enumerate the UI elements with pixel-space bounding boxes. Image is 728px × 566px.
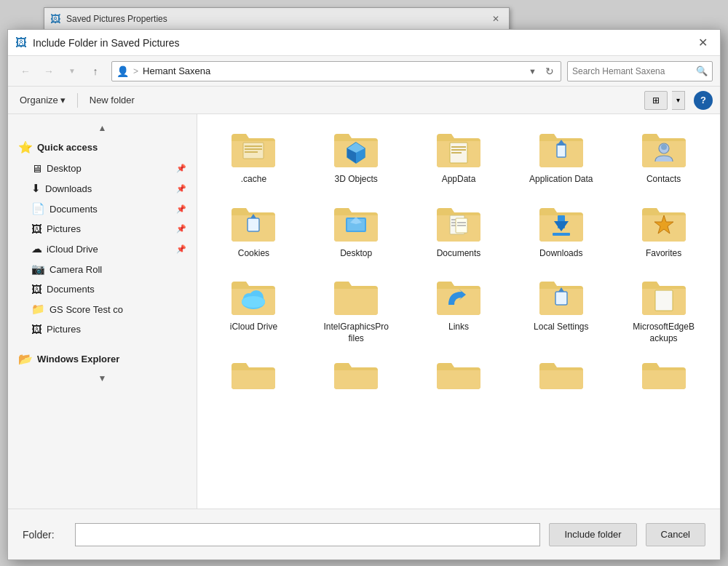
folder-contacts[interactable]: Contacts: [614, 121, 713, 191]
folder-cookies-label: Cookies: [238, 248, 269, 260]
sidebar-item-desktop[interactable]: 🖥 Desktop 📌: [8, 159, 197, 178]
svg-rect-36: [555, 292, 567, 305]
sidebar-item-documents[interactable]: 📄 Documents 📌: [8, 199, 197, 219]
folder-desktop-label: Desktop: [340, 248, 372, 260]
sidebar-item-pictures2[interactable]: 🖼 Pictures: [8, 319, 197, 339]
forward-button[interactable]: →: [39, 61, 59, 81]
folder-extra-1[interactable]: [205, 354, 303, 391]
dialog-title: Include Folder in Saved Pictures: [33, 37, 687, 49]
folder-ms-edge-backups[interactable]: MicrosoftEdgeBackups: [614, 269, 713, 350]
folder-links-label: Links: [448, 322, 469, 333]
organize-button[interactable]: Organize ▾: [15, 91, 70, 110]
address-bar[interactable]: 👤 > Hemant Saxena ▼ ↻: [111, 61, 561, 81]
folder-3d-objects-icon: [330, 127, 382, 171]
sidebar-item-pictures[interactable]: 🖼 Pictures 📌: [8, 219, 197, 239]
svg-rect-30: [553, 233, 570, 236]
pin-icon: 📌: [176, 204, 186, 214]
navigation-toolbar: ← → ▼ ↑ 👤 > Hemant Saxena ▼ ↻ 🔍: [8, 56, 720, 87]
dialog-titlebar: 🖼 Include Folder in Saved Pictures ✕: [8, 30, 720, 56]
downloads-icon: ⬇: [31, 182, 41, 195]
folder-icloud[interactable]: iCloud Drive: [205, 269, 303, 350]
folder-extra-2[interactable]: [307, 354, 405, 391]
gs-score-icon: 📁: [31, 303, 45, 316]
folder-desktop[interactable]: Desktop: [307, 196, 405, 266]
up-button[interactable]: ↑: [85, 61, 106, 81]
back-button[interactable]: ←: [15, 61, 36, 81]
content-area: ▲ ⭐ Quick access 🖥 Desktop 📌 ⬇ Downloads…: [8, 114, 720, 509]
address-separator: >: [133, 66, 138, 76]
folder-desktop-icon: [330, 202, 382, 245]
folder-input[interactable]: [75, 523, 540, 546]
folder-ms-edge-backups-icon: [638, 275, 690, 319]
folder-local-settings-icon: [535, 275, 587, 319]
dialog-close-button[interactable]: ✕: [692, 33, 713, 53]
sidebar-item-downloads[interactable]: ⬇ Downloads 📌: [8, 178, 197, 199]
sidebar-item-icloud[interactable]: ☁ iCloud Drive 📌: [8, 239, 197, 259]
pin-icon: 📌: [176, 224, 186, 234]
view-dropdown-button[interactable]: ▾: [672, 91, 685, 110]
dialog-title-icon: 🖼: [15, 36, 27, 49]
folder-3d-objects-label: 3D Objects: [335, 174, 378, 186]
bg-window-icon: 🖼: [50, 13, 62, 25]
folder-cache[interactable]: .cache: [205, 121, 303, 191]
quick-access-header[interactable]: ⭐ Quick access: [8, 136, 197, 159]
windows-explorer-icon: 📂: [18, 352, 33, 366]
pin-icon: 📌: [176, 184, 186, 194]
folder-intel-graphics-label: IntelGraphicsProfiles: [323, 322, 389, 344]
sidebar-item-documents2[interactable]: 🖼 Documents: [8, 279, 197, 299]
folder-local-settings[interactable]: Local Settings: [512, 269, 610, 350]
folder-links[interactable]: Links: [410, 269, 508, 350]
address-path: Hemant Saxena: [143, 65, 522, 76]
new-folder-button[interactable]: New folder: [85, 91, 139, 110]
address-dropdown-btn[interactable]: ▼: [526, 67, 539, 76]
cancel-button[interactable]: Cancel: [646, 523, 705, 546]
folder-contacts-label: Contacts: [646, 174, 681, 186]
bg-window-close-btn[interactable]: ✕: [488, 12, 503, 26]
folder-downloads-icon: [535, 202, 587, 245]
recent-locations-button[interactable]: ▼: [62, 61, 82, 81]
folder-local-settings-label: Local Settings: [534, 322, 588, 333]
folder-icloud-icon: [227, 275, 280, 319]
search-input[interactable]: [572, 66, 693, 76]
folder-appdata-label: AppData: [442, 174, 476, 186]
search-bar[interactable]: 🔍: [567, 61, 713, 81]
folder-cookies-icon: [227, 202, 280, 245]
folder-application-data-label: Application Data: [529, 174, 593, 186]
folder-favorites[interactable]: Favorites: [614, 196, 713, 266]
folder-label: Folder:: [23, 529, 66, 541]
folder-extra-5[interactable]: [614, 354, 713, 391]
folder-favorites-label: Favorites: [646, 248, 681, 260]
folder-application-data-icon: [535, 127, 587, 171]
folder-downloads-label: Downloads: [539, 248, 582, 260]
folder-application-data[interactable]: Application Data: [512, 121, 610, 191]
folder-intel-graphics-icon: [330, 275, 382, 319]
folder-extra-3[interactable]: [410, 354, 508, 391]
documents-icon: 📄: [31, 202, 45, 215]
folder-3d-objects[interactable]: 3D Objects: [307, 121, 405, 191]
sidebar: ▲ ⭐ Quick access 🖥 Desktop 📌 ⬇ Downloads…: [8, 114, 197, 509]
sidebar-scroll-up[interactable]: ▲: [8, 120, 197, 136]
include-folder-button[interactable]: Include folder: [549, 523, 636, 546]
documents2-icon: 🖼: [31, 283, 42, 295]
view-button[interactable]: ⊞: [644, 91, 668, 110]
folder-appdata-icon: [432, 127, 485, 171]
sidebar-scroll-down[interactable]: ▼: [8, 370, 197, 386]
folder-downloads[interactable]: Downloads: [512, 196, 610, 266]
folder-extra-4[interactable]: [512, 354, 610, 391]
pictures-icon: 🖼: [31, 223, 42, 235]
bottom-bar: Folder: Include folder Cancel: [8, 509, 720, 559]
camera-roll-icon: 📷: [31, 263, 45, 276]
file-grid: .cache 3D Objects: [205, 121, 713, 350]
help-button[interactable]: ?: [694, 91, 713, 110]
pin-icon: 📌: [176, 164, 186, 173]
folder-cookies[interactable]: Cookies: [205, 196, 303, 266]
bg-window-titlebar: 🖼 Saved Pictures Properties ✕: [44, 8, 509, 30]
address-refresh-btn[interactable]: ↻: [543, 65, 556, 77]
sidebar-item-camera-roll[interactable]: 📷 Camera Roll: [8, 259, 197, 279]
windows-explorer-header[interactable]: 📂 Windows Explorer: [8, 348, 197, 370]
folder-appdata[interactable]: AppData: [410, 121, 508, 191]
sidebar-item-gs-score[interactable]: 📁 GS Score Test co: [8, 299, 197, 319]
folder-intel-graphics[interactable]: IntelGraphicsProfiles: [307, 269, 405, 350]
folder-icloud-label: iCloud Drive: [230, 322, 277, 333]
folder-documents[interactable]: Documents: [410, 196, 508, 266]
